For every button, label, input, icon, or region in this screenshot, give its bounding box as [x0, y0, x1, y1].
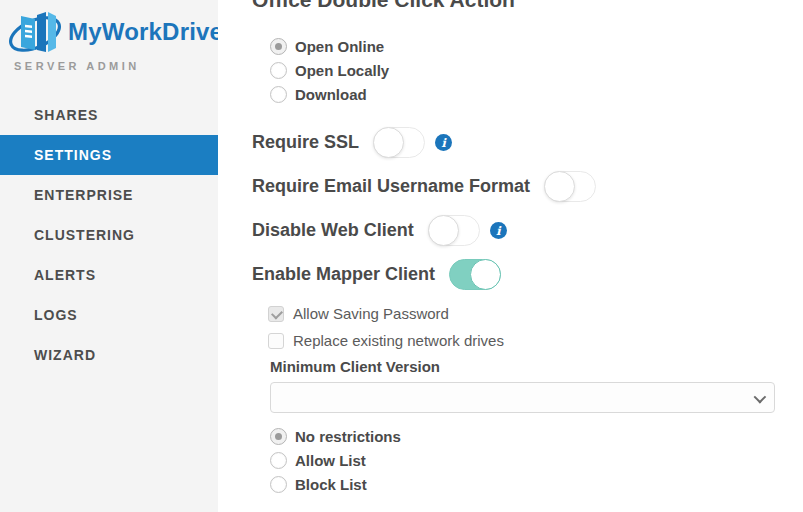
- radio-button-icon[interactable]: [270, 86, 287, 103]
- require-ssl-label: Require SSL: [252, 132, 359, 153]
- sidebar-item-alerts[interactable]: ALERTS: [0, 255, 218, 295]
- radio-allow-list[interactable]: Allow List: [270, 448, 401, 472]
- sidebar-nav: SHARES SETTINGS ENTERPRISE CLUSTERING AL…: [0, 95, 218, 375]
- myworkdrive-logo-icon: [8, 6, 66, 58]
- sidebar: MyWorkDrive SERVER ADMIN SHARES SETTINGS…: [0, 0, 218, 512]
- radio-button-icon[interactable]: [270, 428, 287, 445]
- checkbox-icon[interactable]: [268, 306, 284, 322]
- radio-no-restrictions[interactable]: No restrictions: [270, 424, 401, 448]
- enable-mapper-client-label: Enable Mapper Client: [252, 264, 435, 285]
- sidebar-item-logs[interactable]: LOGS: [0, 295, 218, 335]
- radio-button-icon[interactable]: [270, 476, 287, 493]
- mapper-suboptions-group: Allow Saving Password Replace existing n…: [268, 300, 504, 354]
- radio-block-list[interactable]: Block List: [270, 472, 401, 496]
- sidebar-item-clustering[interactable]: CLUSTERING: [0, 215, 218, 255]
- sidebar-item-wizard[interactable]: WIZARD: [0, 335, 218, 375]
- require-email-format-toggle[interactable]: [544, 171, 596, 202]
- require-email-format-row: Require Email Username Format: [252, 170, 596, 203]
- settings-panel: Office Double Click Action Open Online O…: [218, 0, 803, 512]
- minimum-client-version-label: Minimum Client Version: [270, 358, 440, 375]
- brand-name: MyWorkDrive: [68, 18, 223, 46]
- sidebar-item-shares[interactable]: SHARES: [0, 95, 218, 135]
- info-icon[interactable]: i: [435, 134, 452, 151]
- enable-mapper-client-row: Enable Mapper Client: [252, 258, 501, 291]
- disable-web-client-toggle[interactable]: [428, 215, 480, 246]
- disable-web-client-label: Disable Web Client: [252, 220, 414, 241]
- info-icon[interactable]: i: [490, 222, 507, 239]
- office-double-click-radio-group: Open Online Open Locally Download: [270, 34, 389, 106]
- require-ssl-toggle[interactable]: [373, 127, 425, 158]
- disable-web-client-row: Disable Web Client i: [252, 214, 507, 247]
- radio-button-icon[interactable]: [270, 452, 287, 469]
- toggle-knob: [544, 171, 575, 202]
- enable-mapper-client-toggle[interactable]: [449, 259, 501, 290]
- radio-button-icon[interactable]: [270, 62, 287, 79]
- sidebar-item-enterprise[interactable]: ENTERPRISE: [0, 175, 218, 215]
- sidebar-item-settings[interactable]: SETTINGS: [0, 135, 218, 175]
- radio-open-online[interactable]: Open Online: [270, 34, 389, 58]
- chevron-down-icon: [754, 391, 767, 404]
- checkbox-allow-saving-password[interactable]: Allow Saving Password: [268, 300, 504, 327]
- radio-open-locally[interactable]: Open Locally: [270, 58, 389, 82]
- toggle-knob: [373, 127, 404, 158]
- toggle-knob: [428, 215, 459, 246]
- require-email-format-label: Require Email Username Format: [252, 176, 530, 197]
- restriction-radio-group: No restrictions Allow List Block List: [270, 424, 401, 496]
- require-ssl-row: Require SSL i: [252, 126, 452, 159]
- toggle-knob: [470, 259, 501, 290]
- radio-download[interactable]: Download: [270, 82, 389, 106]
- minimum-client-version-select[interactable]: [270, 382, 775, 413]
- checkbox-replace-network-drives[interactable]: Replace existing network drives: [268, 327, 504, 354]
- logo-block: MyWorkDrive SERVER ADMIN: [8, 6, 218, 72]
- brand-subtitle: SERVER ADMIN: [14, 60, 218, 72]
- section-heading-office-double-click: Office Double Click Action: [252, 0, 515, 13]
- radio-button-icon[interactable]: [270, 38, 287, 55]
- checkbox-icon[interactable]: [268, 333, 284, 349]
